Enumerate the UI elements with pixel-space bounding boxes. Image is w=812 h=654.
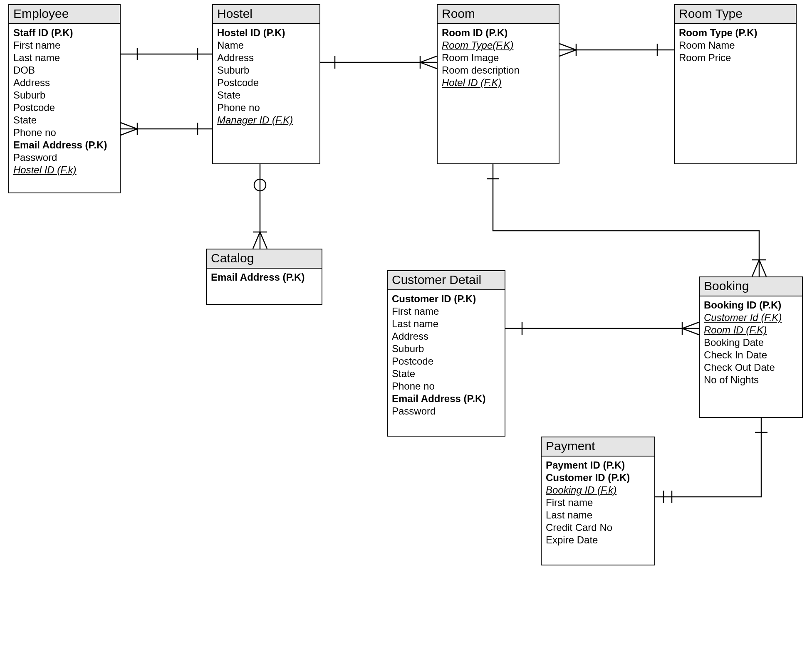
entity-body: Payment ID (P.K)Customer ID (P.K)Booking… bbox=[542, 457, 654, 550]
attribute: Last name bbox=[13, 52, 116, 64]
attribute: Phone no bbox=[392, 380, 500, 392]
attribute: Address bbox=[13, 77, 116, 89]
attribute: Email Address (P.K) bbox=[392, 392, 500, 405]
attribute: Hostel ID (F.k) bbox=[13, 164, 116, 176]
attribute: Email Address (P.K) bbox=[211, 271, 317, 284]
attribute: Customer ID (P.K) bbox=[392, 293, 500, 305]
attribute: Check In Date bbox=[704, 349, 798, 361]
attribute: Hotel ID (F.K) bbox=[442, 77, 555, 89]
er-diagram: Employee Staff ID (P.K)First nameLast na… bbox=[0, 0, 812, 654]
attribute: Room ID (P.K) bbox=[442, 27, 555, 39]
attribute: Room ID (F.K) bbox=[704, 324, 798, 336]
attribute: Suburb bbox=[217, 64, 315, 77]
attribute: Address bbox=[392, 330, 500, 343]
entity-body: Room ID (P.K)Room Type(F.K)Room ImageRoo… bbox=[438, 24, 559, 93]
attribute: Room Type(F.K) bbox=[442, 39, 555, 52]
entity-catalog: Catalog Email Address (P.K) bbox=[206, 249, 322, 305]
entity-body: Booking ID (P.K)Customer Id (F.K)Room ID… bbox=[700, 296, 802, 390]
attribute: Payment ID (P.K) bbox=[546, 459, 650, 471]
attribute: Room description bbox=[442, 64, 555, 77]
attribute: Email Address (P.K) bbox=[13, 139, 116, 151]
attribute: Room Price bbox=[679, 52, 792, 64]
attribute: Phone no bbox=[13, 126, 116, 139]
attribute: Postcode bbox=[392, 355, 500, 368]
attribute: Staff ID (P.K) bbox=[13, 27, 116, 39]
entity-body: Email Address (P.K) bbox=[207, 269, 322, 288]
attribute: Password bbox=[13, 151, 116, 164]
attribute: First name bbox=[392, 305, 500, 318]
attribute: Customer Id (F.K) bbox=[704, 311, 798, 324]
entity-hostel: Hostel Hostel ID (P.K)NameAddressSuburbP… bbox=[212, 4, 320, 164]
attribute: Booking ID (P.K) bbox=[704, 299, 798, 311]
entity-roomtype: Room Type Room Type (P.K)Room NameRoom P… bbox=[674, 4, 797, 164]
attribute: Manager ID (F.K) bbox=[217, 114, 315, 126]
entity-title: Catalog bbox=[207, 249, 322, 269]
attribute: Booking ID (F.k) bbox=[546, 484, 650, 496]
attribute: Suburb bbox=[392, 343, 500, 355]
entity-body: Customer ID (P.K)First nameLast nameAddr… bbox=[388, 290, 505, 422]
attribute: Password bbox=[392, 405, 500, 417]
entity-booking: Booking Booking ID (P.K)Customer Id (F.K… bbox=[699, 276, 803, 418]
attribute: DOB bbox=[13, 64, 116, 77]
attribute: Customer ID (P.K) bbox=[546, 471, 650, 484]
entity-payment: Payment Payment ID (P.K)Customer ID (P.K… bbox=[541, 437, 655, 565]
attribute: Check Out Date bbox=[704, 361, 798, 374]
attribute: Last name bbox=[392, 318, 500, 330]
attribute: Room Name bbox=[679, 39, 792, 52]
attribute: Booking Date bbox=[704, 336, 798, 349]
attribute: First name bbox=[546, 496, 650, 509]
attribute: Expire Date bbox=[546, 534, 650, 546]
attribute: State bbox=[392, 368, 500, 380]
entity-body: Hostel ID (P.K)NameAddressSuburbPostcode… bbox=[213, 24, 319, 131]
entity-customer: Customer Detail Customer ID (P.K)First n… bbox=[387, 270, 505, 437]
entity-body: Staff ID (P.K)First nameLast nameDOBAddr… bbox=[9, 24, 120, 180]
entity-title: Employee bbox=[9, 5, 120, 24]
attribute: Suburb bbox=[13, 89, 116, 101]
attribute: Last name bbox=[546, 509, 650, 521]
attribute: Address bbox=[217, 52, 315, 64]
attribute: State bbox=[217, 89, 315, 101]
entity-title: Room Type bbox=[675, 5, 796, 24]
attribute: Postcode bbox=[13, 101, 116, 114]
attribute: State bbox=[13, 114, 116, 126]
attribute: No of Nights bbox=[704, 374, 798, 386]
entity-title: Customer Detail bbox=[388, 271, 505, 290]
attribute: Postcode bbox=[217, 77, 315, 89]
entity-title: Hostel bbox=[213, 5, 319, 24]
entity-title: Payment bbox=[542, 437, 654, 457]
entity-employee: Employee Staff ID (P.K)First nameLast na… bbox=[8, 4, 121, 193]
entity-title: Room bbox=[438, 5, 559, 24]
attribute: Room Image bbox=[442, 52, 555, 64]
attribute: Room Type (P.K) bbox=[679, 27, 792, 39]
attribute: Phone no bbox=[217, 101, 315, 114]
entity-title: Booking bbox=[700, 277, 802, 296]
entity-body: Room Type (P.K)Room NameRoom Price bbox=[675, 24, 796, 68]
attribute: Name bbox=[217, 39, 315, 52]
svg-point-13 bbox=[254, 179, 266, 191]
entity-room: Room Room ID (P.K)Room Type(F.K)Room Ima… bbox=[437, 4, 559, 164]
attribute: Credit Card No bbox=[546, 521, 650, 534]
attribute: Hostel ID (P.K) bbox=[217, 27, 315, 39]
attribute: First name bbox=[13, 39, 116, 52]
